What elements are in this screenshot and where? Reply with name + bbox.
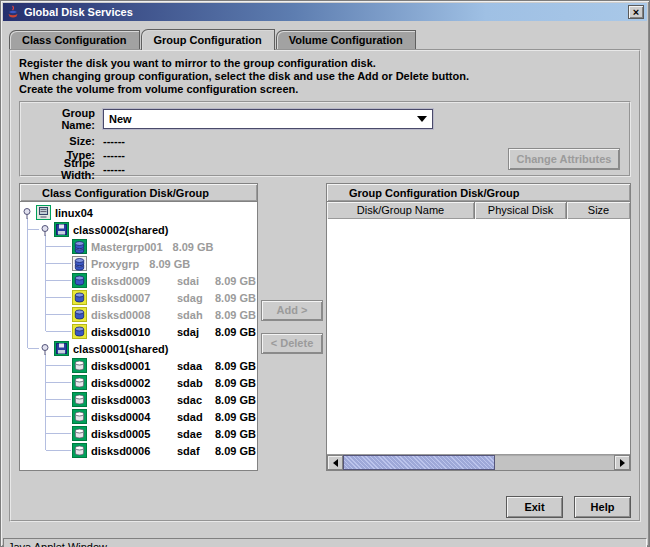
tree-connector — [46, 416, 71, 417]
tree-connector — [46, 297, 71, 298]
disk-group-white-icon — [72, 256, 87, 271]
tree-node-size: 8.09 GB — [215, 411, 256, 423]
class-configuration-panel: Class Configuration Disk/Group linux04 c… — [19, 183, 258, 471]
instruction-text: Register the disk you want to mirror to … — [19, 57, 631, 96]
group-name-label: Group Name: — [29, 107, 95, 131]
class-tree: linux04 class0002(shared)Mastergrp0018.0… — [20, 202, 257, 470]
tree-node-size: 8.09 GB — [215, 360, 256, 372]
chevron-down-icon — [417, 116, 427, 122]
disk-group-green-icon — [72, 239, 87, 254]
change-attributes-button[interactable]: Change Attributes — [508, 148, 620, 170]
horizontal-scrollbar — [327, 454, 630, 470]
tree-node[interactable]: disksd0008sdah8.09 GB — [20, 306, 257, 323]
tree-node-device: sdab — [177, 377, 215, 389]
tree-node-label: Proxygrp — [91, 258, 139, 270]
tree-node-size: 8.09 GB — [215, 326, 256, 338]
tree-node-label: Mastergrp001 — [91, 241, 163, 253]
disk-green-white-icon — [72, 358, 87, 373]
tree-connector — [46, 399, 71, 400]
tree-node[interactable]: disksd0003sdac8.09 GB — [20, 391, 257, 408]
group-configuration-panel: Group Configuration Disk/Group Disk/Grou… — [326, 183, 631, 471]
tree-node-device: sdai — [177, 275, 215, 287]
scrollbar-thumb[interactable] — [343, 455, 495, 470]
tree-node-device: sdaj — [177, 326, 215, 338]
disk-green-white-icon — [72, 409, 87, 424]
configuration-panels: Class Configuration Disk/Group linux04 c… — [19, 183, 631, 471]
tree-node-label: class0002(shared) — [73, 224, 168, 236]
tree-connector — [46, 263, 71, 264]
add-button[interactable]: Add > — [261, 300, 323, 321]
class-panel-title: Class Configuration Disk/Group — [20, 184, 257, 202]
tree-node[interactable]: Proxygrp8.09 GB — [20, 255, 257, 272]
group-table-body — [327, 219, 630, 454]
tree-node[interactable]: disksd0006sdaf8.09 GB — [20, 442, 257, 459]
tree-node-device: sdah — [177, 309, 215, 321]
tree-node-label: linux04 — [55, 207, 93, 219]
tree-node[interactable]: disksd0005sdae8.09 GB — [20, 425, 257, 442]
exit-button[interactable]: Exit — [506, 496, 563, 518]
disk-green-white-icon — [72, 375, 87, 390]
tree-connector — [28, 229, 39, 230]
tree-node[interactable]: disksd0009sdai8.09 GB — [20, 272, 257, 289]
expand-handle-icon[interactable] — [40, 342, 54, 356]
expand-handle-icon[interactable] — [22, 206, 36, 220]
tab-group-configuration[interactable]: Group Configuration — [141, 29, 275, 50]
scroll-left-icon[interactable] — [327, 455, 343, 470]
tree-connector — [46, 280, 71, 281]
tree-node-device: sdaf — [177, 445, 215, 457]
size-label: Size: — [29, 135, 95, 147]
tab-class-configuration[interactable]: Class Configuration — [9, 30, 140, 49]
group-panel-title: Group Configuration Disk/Group — [327, 184, 630, 202]
column-header-disk-group-name[interactable]: Disk/Group Name — [327, 202, 475, 219]
tree-node[interactable]: disksd0004sdad8.09 GB — [20, 408, 257, 425]
tree-node[interactable]: disksd0007sdag8.09 GB — [20, 289, 257, 306]
tree-node-device: sdad — [177, 411, 215, 423]
scroll-right-icon[interactable] — [614, 455, 630, 470]
tree-node-size: 8.09 GB — [215, 292, 256, 304]
delete-button[interactable]: < Delete — [261, 333, 323, 354]
tree-node[interactable]: linux04 — [20, 204, 257, 221]
tree-node-device: sdae — [177, 428, 215, 440]
group-attributes-section: Group Name: New Size: ------ Type: -----… — [19, 101, 631, 177]
instruction-line-3: Create the volume from volume configurat… — [19, 83, 631, 96]
close-icon[interactable]: × — [628, 5, 644, 19]
tree-node[interactable]: disksd0002sdab8.09 GB — [20, 374, 257, 391]
scrollbar-track[interactable] — [343, 455, 614, 470]
instruction-line-1: Register the disk you want to mirror to … — [19, 57, 631, 70]
tree-node-size: 8.09 GB — [215, 309, 256, 321]
tree-node-device: sdaa — [177, 360, 215, 372]
group-name-value: New — [109, 113, 417, 125]
disk-yellow-icon — [72, 290, 87, 305]
column-header-size[interactable]: Size — [567, 202, 630, 219]
tree-connector — [46, 331, 71, 332]
disk-green-white-icon — [72, 426, 87, 441]
tree-node-size: 8.09 GB — [215, 394, 256, 406]
tree-node-label: disksd0004 — [91, 411, 177, 423]
tab-bar: Class Configuration Group Configuration … — [9, 29, 647, 49]
tree-node-size: 8.09 GB — [149, 258, 190, 270]
class-icon — [54, 222, 69, 237]
help-button[interactable]: Help — [574, 496, 631, 518]
tree-node-label: disksd0002 — [91, 377, 177, 389]
window-title: Global Disk Services — [24, 6, 628, 18]
tree-node-size: 8.09 GB — [215, 377, 256, 389]
tree-node-label: disksd0007 — [91, 292, 177, 304]
size-value: ------ — [103, 135, 125, 147]
tree-node[interactable]: Mastergrp0018.09 GB — [20, 238, 257, 255]
java-cup-icon — [6, 5, 20, 19]
tree-node-label: disksd0005 — [91, 428, 177, 440]
tree-node[interactable]: class0002(shared) — [20, 221, 257, 238]
tree-node[interactable]: disksd0001sdaa8.09 GB — [20, 357, 257, 374]
group-name-select[interactable]: New — [103, 109, 433, 129]
column-header-physical-disk[interactable]: Physical Disk — [475, 202, 567, 219]
disk-green-white-icon — [72, 392, 87, 407]
tree-node[interactable]: disksd0010sdaj8.09 GB — [20, 323, 257, 340]
tab-volume-configuration[interactable]: Volume Configuration — [276, 30, 416, 49]
tree-node-label: disksd0009 — [91, 275, 177, 287]
class-icon — [54, 341, 69, 356]
stripe-width-value: ------ — [103, 163, 125, 175]
tree-node[interactable]: class0001(shared) — [20, 340, 257, 357]
global-disk-services-window: Global Disk Services × Class Configurati… — [0, 0, 650, 547]
expand-handle-icon[interactable] — [40, 223, 54, 237]
tree-connector — [46, 450, 71, 451]
